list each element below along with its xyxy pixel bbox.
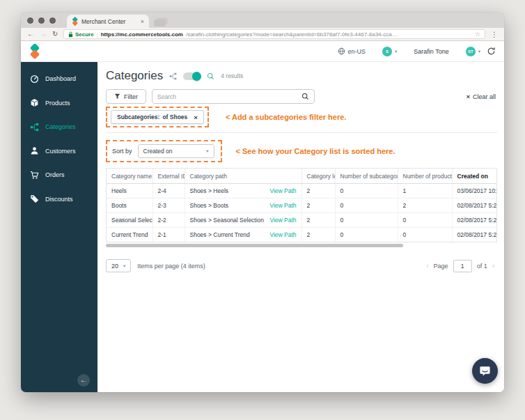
table-row[interactable]: Current Trend 2-1 Shoes > Current TrendV… — [107, 228, 497, 242]
table-row[interactable]: Seasonal Selection 2-2 Shoes > Seasonal … — [107, 213, 497, 228]
cell-external-id: 2-1 — [152, 228, 185, 242]
user-menu[interactable]: ST ▾ — [466, 47, 480, 56]
cell-category-path: Shoes > Current TrendView Path — [185, 228, 301, 242]
pagination: 20 ▾ Items per page (4 items) ‹ Page of … — [106, 259, 497, 272]
scrollbar-thumb[interactable] — [106, 244, 403, 247]
table-row[interactable]: Heels 2-4 Shoes > HeelsView Path 2 0 1 0… — [107, 184, 497, 199]
cell-subcategories: 0 — [335, 199, 398, 213]
column-header-subcategories[interactable]: Number of subcategories — [335, 169, 398, 184]
cell-category-name: Boots — [107, 199, 152, 213]
cell-created-on: 03/06/2017 10:58 PM — [452, 184, 497, 199]
table-horizontal-scrollbar[interactable] — [106, 244, 497, 247]
cell-category-name: Current Trend — [107, 228, 152, 242]
sidebar-item-discounts[interactable]: Discounts — [21, 187, 97, 212]
sort-by-dropdown[interactable]: Created on ▾ — [138, 144, 214, 158]
sidebar-item-label: Categories — [45, 123, 76, 130]
page-number-input[interactable] — [453, 260, 472, 272]
cell-category-level: 2 — [301, 213, 335, 228]
results-count: 4 results — [221, 72, 243, 79]
column-header-category-path[interactable]: Category path — [185, 169, 301, 184]
cell-category-name: Heels — [107, 184, 152, 199]
customers-icon — [30, 146, 39, 155]
tab-stack-icon[interactable] — [154, 17, 168, 26]
tree-view-icon[interactable] — [169, 72, 177, 80]
cell-products: 1 — [398, 184, 452, 199]
chevron-down-icon: ▾ — [206, 148, 208, 154]
sort-by-label: Sort by — [112, 148, 132, 155]
view-mode-toggle[interactable] — [183, 72, 201, 80]
dashboard-icon — [30, 75, 39, 84]
view-path-link[interactable]: View Path — [269, 202, 296, 209]
cell-products: 0 — [398, 213, 452, 228]
window-controls — [27, 13, 56, 28]
url-host: https://mc.commercetools.com — [101, 31, 183, 38]
sidebar-item-dashboard[interactable]: Dashboard — [21, 67, 97, 91]
project-selector[interactable]: S ▾ — [382, 47, 397, 56]
view-path-link[interactable]: View Path — [269, 217, 296, 224]
tab-close-icon[interactable]: × — [141, 18, 144, 25]
browser-menu-icon[interactable]: ⋮ — [491, 31, 498, 38]
sort-by-value: Created on — [143, 148, 173, 155]
search-box[interactable] — [152, 89, 315, 104]
cell-category-level: 2 — [301, 184, 335, 199]
back-icon[interactable]: ← — [27, 31, 34, 38]
window-minimize-button[interactable] — [38, 17, 45, 24]
main-content: Categories 4 results Filter — [97, 62, 504, 392]
locale-selector[interactable]: en-US — [338, 47, 366, 55]
column-header-external-id[interactable]: External ID — [152, 169, 185, 184]
bookmark-star-icon[interactable]: ☆ — [475, 31, 480, 38]
sidebar-item-products[interactable]: Products — [21, 91, 97, 116]
globe-icon — [338, 47, 345, 55]
window-close-button[interactable] — [27, 17, 33, 24]
clear-all-button[interactable]: × Clear all — [467, 93, 497, 100]
browser-tab[interactable]: Merchant Center × — [67, 15, 149, 28]
browser-window: Merchant Center × ← → ↻ Secure | https:/… — [21, 13, 504, 392]
sidebar-item-customers[interactable]: Customers — [21, 139, 97, 164]
chat-widget-button[interactable] — [472, 358, 498, 384]
funnel-icon — [114, 93, 120, 100]
column-header-category-level[interactable]: Category level — [301, 169, 335, 184]
items-per-page-dropdown[interactable]: 20 ▾ — [106, 259, 131, 272]
refresh-icon[interactable]: ↻ — [52, 31, 58, 38]
search-view-icon[interactable] — [207, 72, 214, 80]
previous-page-icon[interactable]: ‹ — [426, 262, 428, 270]
search-icon — [301, 93, 309, 100]
browser-toolbar: ← → ↻ Secure | https://mc.commercetools.… — [21, 28, 504, 41]
cell-category-path: Shoes > BootsView Path — [185, 199, 301, 213]
cell-category-name: Seasonal Selection — [107, 213, 152, 228]
column-header-created-on[interactable]: Created on▾ — [452, 169, 497, 184]
view-path-link[interactable]: View Path — [269, 187, 296, 194]
cell-products: 0 — [398, 228, 452, 242]
address-bar[interactable]: Secure | https://mc.commercetools.com /s… — [63, 29, 485, 39]
browser-tab-strip: Merchant Center × — [21, 13, 504, 28]
view-path-link[interactable]: View Path — [269, 231, 296, 238]
search-input[interactable] — [157, 93, 301, 100]
filter-button[interactable]: Filter — [106, 89, 146, 104]
column-header-products[interactable]: Number of products — [398, 169, 452, 184]
sidebar-item-label: Customers — [45, 148, 76, 155]
column-header-category-name[interactable]: Category name▾ — [107, 169, 152, 184]
categories-icon — [30, 123, 39, 132]
window-zoom-button[interactable] — [49, 17, 56, 24]
chip-value: of Shoes — [162, 114, 187, 120]
cell-created-on: 02/08/2017 5:23 PM — [452, 228, 497, 242]
logout-icon[interactable] — [487, 47, 496, 56]
cell-subcategories: 0 — [335, 228, 398, 242]
commercetools-favicon-icon — [72, 17, 78, 26]
commercetools-logo-icon[interactable] — [29, 44, 43, 59]
chevron-down-icon: ▾ — [478, 49, 480, 54]
table-row[interactable]: Boots 2-3 Shoes > BootsView Path 2 0 2 0… — [107, 199, 497, 213]
sidebar-collapse-button[interactable]: ← — [77, 374, 90, 387]
categories-table: Category name▾ External ID Category path… — [106, 168, 497, 242]
products-icon — [30, 98, 39, 107]
collapse-arrow-icon: ← — [80, 377, 87, 384]
sidebar-item-label: Discounts — [45, 196, 73, 203]
cell-external-id: 2-2 — [152, 213, 185, 228]
sidebar-item-orders[interactable]: Orders — [21, 163, 97, 187]
forward-icon[interactable]: → — [40, 31, 47, 38]
sidebar-item-categories[interactable]: Categories — [21, 115, 97, 139]
sidebar-item-label: Products — [45, 100, 70, 107]
next-page-icon[interactable]: › — [492, 262, 494, 270]
subcategories-filter-chip[interactable]: Subcategories: of Shoes × — [111, 110, 204, 124]
chip-remove-icon[interactable]: × — [194, 114, 198, 121]
